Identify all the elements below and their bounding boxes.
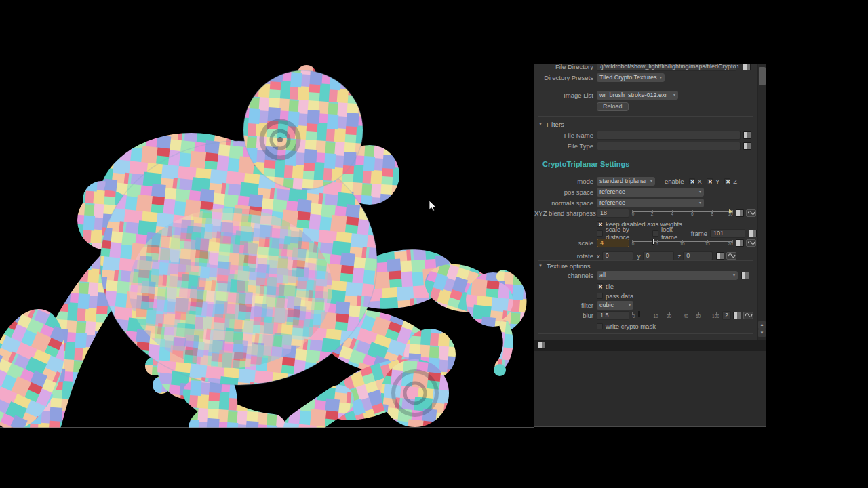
rotate-y-label: y [637, 252, 641, 260]
xyz-blend-sharpness-state-icon[interactable] [736, 209, 744, 217]
curve-editor-icon[interactable] [726, 252, 736, 260]
enable-y-checkbox[interactable]: ✕ [707, 178, 713, 184]
blur-state-icon[interactable] [733, 312, 741, 319]
lock-frame-checkbox[interactable] [652, 230, 658, 237]
axis-z-label: Z [733, 178, 737, 185]
blur-label: blur [534, 312, 597, 319]
pass-data-checkbox[interactable] [597, 293, 603, 299]
divider [538, 116, 753, 117]
enable-label: enable [665, 178, 684, 185]
rotate-z-label: z [678, 252, 682, 260]
divider [538, 333, 753, 334]
rotate-z-input[interactable]: 0 [683, 251, 713, 260]
channels-state-icon[interactable] [741, 272, 749, 279]
scale-state-icon[interactable] [736, 239, 744, 247]
rotate-x-label: x [597, 252, 600, 260]
frame-label: frame [691, 230, 707, 237]
file-directory-state-icon[interactable] [743, 64, 751, 70]
enable-x-checkbox[interactable]: ✕ [689, 178, 695, 184]
keep-disabled-axis-weights-checkbox[interactable]: ✕ [597, 221, 603, 227]
rotate-x-input[interactable]: 0 [602, 251, 633, 260]
enable-z-checkbox[interactable]: ✕ [724, 178, 730, 184]
scale-input[interactable]: 4 [597, 239, 629, 247]
panel-footer-strip [534, 340, 766, 351]
image-list-label: Image List [534, 92, 597, 99]
normals-space-label: normals space [534, 199, 597, 207]
chevron-down-icon: ▾ [699, 188, 701, 197]
slider-overflow-arrow [729, 209, 733, 214]
params-scroll-area: File Directory /j/wildrobot/show_light/l… [534, 64, 766, 340]
scroll-down-button[interactable]: ▼ [758, 329, 766, 337]
divider [538, 155, 753, 155]
collapse-triangle-icon: ▼ [538, 264, 542, 268]
scale-slider[interactable]: 0 5 10 15 20 [632, 239, 732, 247]
mode-label: mode [534, 178, 597, 185]
axis-y-label: Y [715, 178, 719, 185]
pos-space-label: pos space [534, 188, 597, 196]
axis-x-label: X [698, 178, 702, 185]
chevron-down-icon: ▾ [660, 73, 662, 82]
directory-presets-label: Directory Presets [534, 74, 597, 81]
blur-slider[interactable]: 0 10 20 40 60 100 [632, 311, 720, 319]
pass-data-label: pass data [606, 292, 633, 300]
filter-label: filter [534, 302, 597, 309]
curve-editor-icon[interactable] [746, 209, 756, 217]
chevron-down-icon: ▾ [733, 271, 735, 280]
viewport-floor-line [0, 427, 534, 428]
blur-input[interactable]: 1.5 [597, 311, 629, 320]
scale-label: scale [534, 239, 597, 247]
frame-state-icon[interactable] [749, 230, 757, 237]
scrollbar-thumb[interactable] [759, 67, 766, 85]
reload-button[interactable]: Reload [597, 102, 629, 111]
divider [538, 260, 753, 261]
scroll-up-button[interactable]: ▲ [758, 321, 766, 329]
mode-dropdown[interactable]: standard triplanar ▾ [597, 177, 655, 186]
pos-space-dropdown[interactable]: reference ▾ [597, 188, 704, 197]
parameter-panel: File Directory /j/wildrobot/show_light/l… [534, 64, 766, 428]
rotate-state-icon[interactable] [716, 252, 724, 260]
collapse-triangle-icon: ▼ [538, 122, 542, 126]
texture-options-section-header[interactable]: ▼ Texture options [538, 262, 590, 270]
curve-editor-icon[interactable] [746, 239, 756, 247]
slider-handle[interactable] [652, 239, 654, 245]
tile-label: tile [606, 283, 614, 290]
image-list-dropdown[interactable]: wr_brush_stroke-012.exr ▾ [597, 91, 678, 100]
mouse-cursor [429, 200, 437, 212]
directory-presets-dropdown[interactable]: Tiled Crypto Textures ▾ [597, 73, 665, 82]
file-type-state-icon[interactable] [743, 142, 751, 150]
write-crypto-mask-label: write crypto mask [606, 323, 656, 330]
footer-state-icon[interactable] [538, 342, 546, 349]
channels-dropdown[interactable]: all ▾ [597, 271, 738, 280]
panel-scrollbar[interactable] [757, 64, 766, 340]
file-type-label: File Type [534, 142, 597, 150]
application-window: File Directory /j/wildrobot/show_light/l… [0, 0, 868, 488]
panel-empty-area [534, 351, 766, 427]
rotate-y-input[interactable]: 0 [643, 251, 674, 260]
file-directory-label: File Directory [534, 64, 597, 70]
chevron-down-icon: ▾ [650, 177, 652, 186]
chevron-down-icon: ▾ [629, 301, 631, 310]
scale-by-distance-checkbox[interactable] [597, 230, 603, 237]
render-viewport[interactable] [0, 0, 534, 428]
file-name-state-icon[interactable] [743, 131, 751, 139]
frame-input[interactable]: 101 [710, 229, 745, 238]
file-name-input[interactable] [597, 131, 741, 140]
write-crypto-mask-checkbox[interactable] [597, 323, 603, 329]
xyz-blend-sharpness-input[interactable]: 18 [597, 209, 629, 218]
filters-section-header[interactable]: ▼ Filters [538, 120, 564, 128]
slider-handle[interactable] [638, 311, 640, 317]
curve-editor-icon[interactable] [743, 312, 753, 319]
channels-label: channels [534, 272, 597, 279]
chevron-down-icon: ▾ [673, 91, 675, 100]
normals-space-dropdown[interactable]: reference ▾ [597, 199, 704, 207]
tile-checkbox[interactable]: ✕ [597, 283, 603, 289]
xyz-blend-sharpness-slider[interactable]: 0 2 4 6 8 10 [632, 209, 732, 217]
blur-precision-box[interactable]: 2 [722, 311, 731, 320]
file-directory-input[interactable]: /j/wildrobot/show_light/lib/lighting/map… [597, 64, 736, 71]
file-type-input[interactable] [597, 142, 741, 150]
xyz-blend-sharpness-label: XYZ blend sharpness [534, 209, 597, 217]
rotate-label: rotate [534, 252, 597, 260]
chevron-down-icon: ▾ [699, 199, 701, 207]
crypto-textured-robot-render [0, 0, 534, 428]
filter-dropdown[interactable]: cubic ▾ [597, 301, 633, 310]
